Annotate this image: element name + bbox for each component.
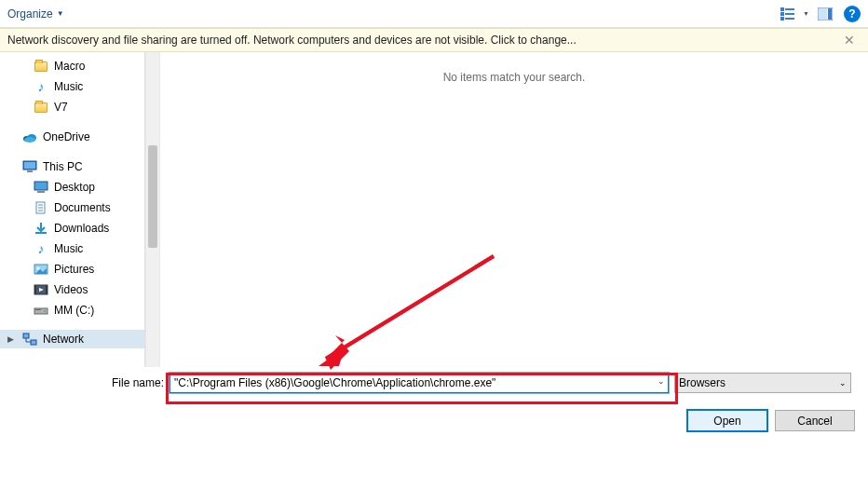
svg-rect-7: [819, 8, 827, 20]
pictures-icon: [34, 262, 48, 277]
filename-input[interactable]: [170, 373, 669, 393]
tree-label: Network: [43, 333, 84, 346]
tree-item-thispc[interactable]: This PC: [0, 157, 144, 177]
tree-label: Documents: [54, 199, 111, 216]
tree-item-downloads[interactable]: Downloads: [0, 218, 144, 238]
organize-menu[interactable]: Organize ▼: [7, 7, 64, 20]
svg-rect-8: [828, 8, 832, 20]
tree-item-v7[interactable]: V7: [0, 97, 144, 117]
tree-item-macro[interactable]: Macro: [0, 56, 144, 76]
videos-icon: [34, 282, 48, 297]
tree-item-pictures[interactable]: Pictures: [0, 259, 144, 279]
documents-icon: [34, 200, 48, 215]
view-options-button[interactable]: ▼: [772, 3, 812, 25]
content-row: Macro ♪ Music V7 OneDrive This PC: [0, 52, 868, 367]
svg-rect-29: [35, 309, 41, 310]
cancel-button[interactable]: Cancel: [775, 410, 855, 431]
svg-rect-31: [31, 340, 36, 345]
network-notice-bar[interactable]: Network discovery and file sharing are t…: [0, 28, 868, 52]
svg-rect-4: [780, 17, 784, 20]
caret-down-icon: ▼: [57, 9, 64, 18]
notice-text: Network discovery and file sharing are t…: [7, 34, 576, 47]
tree-label: OneDrive: [43, 129, 90, 145]
folder-icon: [34, 100, 48, 115]
toolbar: Organize ▼ ▼ ?: [0, 0, 868, 28]
tree-item-desktop[interactable]: Desktop: [0, 177, 144, 197]
tree-item-music[interactable]: ♪ Music: [0, 76, 144, 97]
open-button[interactable]: Open: [687, 410, 767, 431]
svg-rect-0: [780, 7, 784, 11]
tree-item-onedrive[interactable]: OneDrive: [0, 127, 144, 147]
chevron-down-icon: ⌄: [839, 378, 847, 388]
tree-label: Videos: [54, 281, 88, 298]
preview-pane-button[interactable]: [816, 5, 834, 23]
chevron-down-icon[interactable]: ⌄: [658, 376, 665, 386]
tree-item-network[interactable]: ▶ Network: [0, 330, 144, 348]
filter-label: Browsers: [679, 376, 726, 389]
tree-scrollbar[interactable]: [145, 52, 160, 367]
tree-item-documents[interactable]: Documents: [0, 197, 144, 218]
network-icon: [22, 332, 37, 347]
svg-rect-26: [46, 285, 47, 294]
folder-icon: [34, 59, 48, 74]
close-icon[interactable]: ✕: [838, 33, 861, 48]
tree-item-music2[interactable]: ♪ Music: [0, 238, 144, 259]
tree-label: Downloads: [54, 220, 109, 237]
scrollbar-thumb[interactable]: [148, 145, 157, 248]
svg-rect-21: [35, 232, 47, 234]
tree-label: MM (C:): [54, 302, 94, 319]
tree-label: This PC: [43, 158, 83, 175]
svg-rect-5: [785, 18, 794, 20]
tree-label: Macro: [54, 58, 85, 75]
svg-rect-15: [34, 182, 47, 190]
svg-rect-30: [23, 333, 29, 338]
pc-icon: [22, 159, 37, 174]
empty-message: No items match your search.: [179, 71, 849, 84]
svg-rect-3: [785, 13, 794, 15]
tree-item-drive-c[interactable]: MM (C:): [0, 300, 144, 320]
svg-rect-1: [785, 8, 794, 10]
tree-item-videos[interactable]: Videos: [0, 279, 144, 300]
nav-tree: Macro ♪ Music V7 OneDrive This PC: [0, 52, 145, 367]
downloads-icon: [34, 221, 48, 236]
svg-point-23: [37, 267, 40, 270]
svg-rect-2: [780, 12, 784, 16]
bottom-panel: File name: ⌄ Browsers ⌄ Open Cancel: [0, 367, 868, 470]
music-icon: ♪: [34, 241, 48, 256]
filename-input-wrap: ⌄: [170, 373, 669, 393]
help-icon[interactable]: ?: [844, 6, 861, 22]
file-type-filter[interactable]: Browsers ⌄: [674, 373, 851, 393]
button-row: Open Cancel: [112, 410, 859, 431]
onedrive-icon: [22, 129, 37, 144]
tree-label: Pictures: [54, 261, 94, 278]
filename-label: File name:: [112, 376, 164, 389]
svg-point-11: [24, 137, 35, 143]
organize-label: Organize: [7, 7, 53, 20]
tree-label: Desktop: [54, 179, 95, 196]
filename-row: File name: ⌄ Browsers ⌄: [112, 373, 859, 393]
tree-label: V7: [54, 99, 68, 116]
caret-down-icon: ▼: [803, 10, 809, 17]
expand-icon[interactable]: ▶: [7, 334, 17, 344]
desktop-icon: [34, 180, 48, 195]
file-list-pane: No items match your search.: [160, 52, 868, 367]
view-list-icon: [779, 5, 797, 23]
tree-label: Music: [54, 78, 83, 95]
music-icon: ♪: [34, 79, 48, 94]
drive-icon: [34, 303, 48, 318]
svg-rect-25: [34, 285, 36, 294]
tree-label: Music: [54, 240, 83, 257]
svg-rect-16: [37, 191, 45, 193]
svg-rect-13: [24, 162, 35, 169]
svg-point-28: [44, 310, 46, 312]
svg-rect-14: [27, 170, 33, 172]
